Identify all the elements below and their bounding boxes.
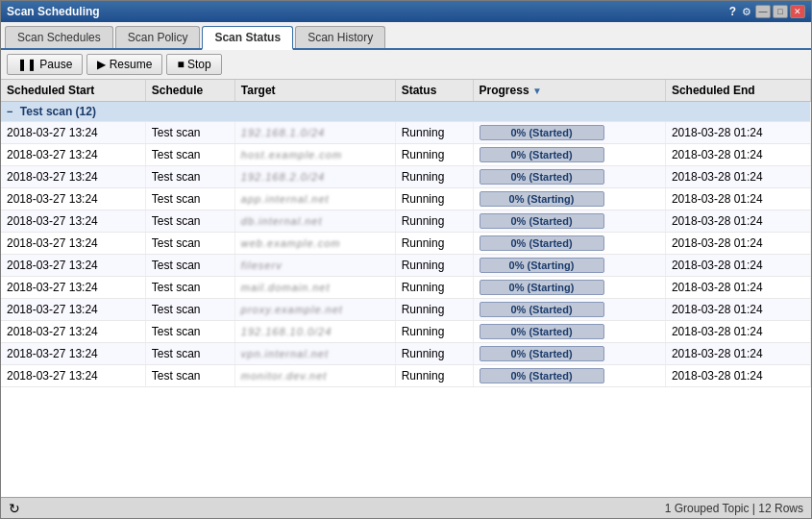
cell-scheduled-start: 2018-03-27 13:24 [1,255,145,277]
cell-target: vpn.internal.net [234,343,395,365]
cell-target: 192.168.2.0/24 [234,166,395,188]
cell-status: Running [395,233,473,255]
cell-target: fileserv [234,255,395,277]
cell-scheduled-end: 2018-03-28 01:24 [665,233,810,255]
cell-scheduled-start: 2018-03-27 13:24 [1,299,145,321]
scan-table-container[interactable]: Scheduled Start Schedule Target Status P… [1,80,811,497]
cell-scheduled-end: 2018-03-28 01:24 [665,188,810,210]
table-row[interactable]: 2018-03-27 13:24 Test scan vpn.internal.… [1,343,811,365]
title-bar: Scan Scheduling ? ⚙ — □ ✕ [1,1,811,22]
cell-target: mail.domain.net [234,277,395,299]
col-target: Target [234,80,395,102]
progress-bar-text: 0% (Started) [480,236,603,250]
sort-arrow-icon: ▼ [532,86,542,96]
main-window: Scan Scheduling ? ⚙ — □ ✕ Scan Schedules… [0,0,812,519]
group-collapse-icon[interactable]: − [7,106,12,117]
pause-button[interactable]: ❚❚ Pause [7,54,83,75]
table-row[interactable]: 2018-03-27 13:24 Test scan proxy.example… [1,299,811,321]
cell-scheduled-start: 2018-03-27 13:24 [1,343,145,365]
progress-bar-text: 0% (Starting) [480,259,603,272]
table-header-row: Scheduled Start Schedule Target Status P… [1,80,811,102]
progress-bar: 0% (Started) [480,235,604,251]
progress-bar: 0% (Started) [480,169,604,185]
group-header-row: − Test scan (12) [1,102,811,122]
cell-target: proxy.example.net [234,299,395,321]
cell-scheduled-end: 2018-03-28 01:24 [665,299,810,321]
cell-progress: 0% (Started) [473,343,665,365]
cell-target: 192.168.10.0/24 [234,321,395,343]
table-row[interactable]: 2018-03-27 13:24 Test scan db.internal.n… [1,210,811,233]
progress-bar-text: 0% (Started) [480,325,603,338]
cell-schedule: Test scan [145,210,234,233]
cell-scheduled-end: 2018-03-28 01:24 [665,166,810,188]
minimize-button[interactable]: — [755,5,771,18]
progress-bar: 0% (Started) [480,346,604,361]
cell-target: db.internal.net [234,210,395,233]
col-schedule: Schedule [145,80,234,102]
col-scheduled-end: Scheduled End [665,80,810,102]
cell-status: Running [395,166,473,188]
table-row[interactable]: 2018-03-27 13:24 Test scan 192.168.1.0/2… [1,122,811,144]
close-button[interactable]: ✕ [790,5,805,18]
window-title: Scan Scheduling [7,5,100,18]
cell-schedule: Test scan [145,122,234,144]
cell-progress: 0% (Started) [473,233,665,255]
tab-scan-policy[interactable]: Scan Policy [115,26,201,48]
table-row[interactable]: 2018-03-27 13:24 Test scan mail.domain.n… [1,277,811,299]
cell-status: Running [395,321,473,343]
cell-progress: 0% (Started) [473,299,665,321]
cell-progress: 0% (Started) [473,210,665,233]
progress-bar-text: 0% (Starting) [480,192,603,206]
tab-scan-status[interactable]: Scan Status [202,26,293,50]
table-row[interactable]: 2018-03-27 13:24 Test scan 192.168.2.0/2… [1,166,811,188]
progress-bar-text: 0% (Started) [480,170,603,184]
progress-bar: 0% (Starting) [480,191,604,207]
table-row[interactable]: 2018-03-27 13:24 Test scan web.example.c… [1,233,811,255]
table-row[interactable]: 2018-03-27 13:24 Test scan fileserv Runn… [1,255,811,277]
table-row[interactable]: 2018-03-27 13:24 Test scan host.example.… [1,144,811,166]
cell-scheduled-start: 2018-03-27 13:24 [1,122,145,144]
cell-scheduled-end: 2018-03-28 01:24 [665,122,810,144]
progress-bar-text: 0% (Started) [480,126,603,139]
cell-schedule: Test scan [145,365,234,387]
cell-status: Running [395,343,473,365]
progress-bar-text: 0% (Started) [480,369,603,383]
cell-status: Running [395,122,473,144]
table-row[interactable]: 2018-03-27 13:24 Test scan app.internal.… [1,188,811,210]
cell-target: 192.168.1.0/24 [234,122,395,144]
progress-bar: 0% (Started) [480,368,604,383]
restore-button[interactable]: □ [773,5,788,18]
status-summary: 1 Grouped Topic | 12 Rows [665,502,803,515]
col-progress[interactable]: Progress ▼ [473,80,665,102]
stop-button[interactable]: ■ Stop [166,54,221,75]
cell-scheduled-start: 2018-03-27 13:24 [1,365,145,387]
table-row[interactable]: 2018-03-27 13:24 Test scan monitor.dev.n… [1,365,811,387]
scan-table: Scheduled Start Schedule Target Status P… [1,80,811,387]
cell-status: Running [395,365,473,387]
tab-scan-history[interactable]: Scan History [295,26,385,48]
refresh-icon[interactable]: ↻ [9,501,20,516]
title-controls: ? ⚙ — □ ✕ [729,5,805,18]
tab-bar: Scan Schedules Scan Policy Scan Status S… [1,22,811,50]
cell-schedule: Test scan [145,255,234,277]
table-row[interactable]: 2018-03-27 13:24 Test scan 192.168.10.0/… [1,321,811,343]
cell-progress: 0% (Starting) [473,277,665,299]
cell-scheduled-end: 2018-03-28 01:24 [665,210,810,233]
resume-button[interactable]: ▶ Resume [86,54,162,75]
cell-status: Running [395,144,473,166]
cell-target: web.example.com [234,233,395,255]
cell-status: Running [395,210,473,233]
progress-bar: 0% (Started) [480,125,604,140]
cell-status: Running [395,188,473,210]
progress-bar: 0% (Starting) [480,258,604,273]
cell-schedule: Test scan [145,166,234,188]
col-scheduled-start: Scheduled Start [1,80,145,102]
cell-target: app.internal.net [234,188,395,210]
cell-scheduled-end: 2018-03-28 01:24 [665,321,810,343]
cell-scheduled-start: 2018-03-27 13:24 [1,166,145,188]
tab-scan-schedules[interactable]: Scan Schedules [5,26,113,48]
cell-schedule: Test scan [145,321,234,343]
cell-schedule: Test scan [145,277,234,299]
gear-icon[interactable]: ⚙ [742,6,751,18]
help-icon[interactable]: ? [729,5,736,18]
